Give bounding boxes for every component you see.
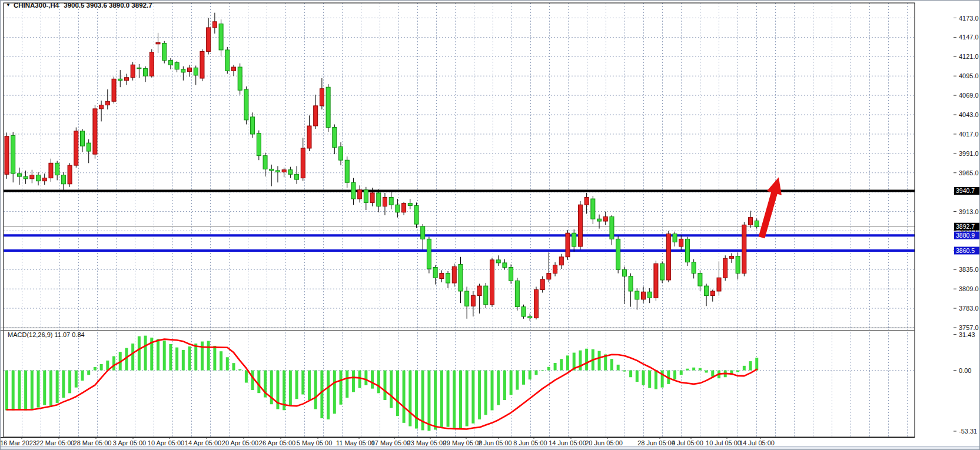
macd-bar bbox=[655, 371, 657, 389]
macd-bar bbox=[220, 351, 222, 370]
candle bbox=[168, 61, 172, 65]
macd-bar bbox=[636, 371, 639, 382]
price-tick-label: 3835.0 bbox=[959, 266, 979, 273]
candle bbox=[257, 134, 261, 156]
price-chart-canvas[interactable]: 4173.04147.04121.04095.04069.04043.04017… bbox=[1, 1, 980, 450]
candle bbox=[723, 258, 727, 278]
candle bbox=[710, 291, 715, 296]
candle bbox=[647, 292, 652, 298]
macd-bar bbox=[459, 371, 462, 429]
candle bbox=[427, 239, 431, 269]
chart-menu-icon[interactable]: ▼ bbox=[6, 2, 11, 8]
candle bbox=[446, 274, 450, 283]
candle bbox=[301, 148, 305, 178]
macd-bar bbox=[213, 346, 216, 371]
time-axis: 16 Mar 202322 Mar 05:0028 Mar 05:003 Apr… bbox=[1, 437, 915, 446]
macd-bar bbox=[100, 364, 103, 371]
candle bbox=[238, 67, 242, 90]
macd-bar bbox=[516, 371, 519, 390]
macd-bar bbox=[138, 336, 141, 371]
macd-bar bbox=[12, 371, 15, 411]
macd-bar bbox=[257, 371, 260, 394]
macd-bar bbox=[686, 369, 689, 371]
macd-bar bbox=[340, 371, 343, 405]
svg-text:3940.7: 3940.7 bbox=[956, 187, 975, 194]
candle bbox=[396, 205, 400, 212]
candle bbox=[200, 51, 204, 78]
svg-text:3892.7: 3892.7 bbox=[956, 223, 975, 230]
price-tick-label: 4017.0 bbox=[959, 131, 979, 138]
candle bbox=[244, 89, 248, 120]
ohlc-values: 3900.5 3903.6 3890.0 3892.7 bbox=[64, 2, 152, 9]
candle bbox=[591, 199, 595, 219]
price-tick-label: 3913.0 bbox=[959, 208, 979, 215]
candle bbox=[389, 198, 393, 205]
candle bbox=[370, 193, 374, 202]
candle bbox=[17, 174, 21, 176]
candle bbox=[503, 263, 507, 268]
macd-bar bbox=[346, 371, 348, 398]
candle bbox=[99, 105, 104, 109]
candle bbox=[477, 286, 481, 295]
candle bbox=[629, 276, 633, 291]
candle bbox=[622, 269, 626, 276]
macd-bar bbox=[497, 371, 500, 405]
macd-bar bbox=[144, 336, 147, 371]
candle bbox=[207, 28, 211, 51]
candle bbox=[333, 128, 337, 148]
trend-arrow[interactable] bbox=[762, 177, 782, 238]
candle bbox=[320, 89, 324, 106]
macd-bar bbox=[5, 371, 8, 411]
candle bbox=[105, 101, 109, 105]
macd-bar bbox=[81, 371, 84, 381]
macd-bar bbox=[680, 371, 683, 375]
macd-bar bbox=[320, 371, 323, 418]
candle bbox=[225, 50, 230, 71]
candle bbox=[351, 182, 356, 199]
candle bbox=[383, 198, 387, 206]
macd-bar bbox=[547, 367, 550, 371]
macd-bar bbox=[201, 342, 204, 371]
macd-bar bbox=[510, 371, 513, 395]
macd-bar bbox=[699, 368, 702, 371]
candle bbox=[566, 233, 570, 256]
candle bbox=[68, 165, 72, 184]
macd-bar bbox=[371, 371, 374, 389]
candle bbox=[188, 68, 192, 71]
macd-bar bbox=[232, 363, 235, 370]
candle bbox=[377, 193, 381, 206]
macd-bar bbox=[75, 371, 78, 388]
macd-bar bbox=[131, 344, 134, 371]
candle bbox=[654, 264, 658, 298]
macd-bar bbox=[62, 371, 65, 398]
candle bbox=[584, 198, 589, 205]
candle bbox=[540, 279, 544, 290]
macd-bar bbox=[49, 371, 52, 407]
candle bbox=[559, 257, 563, 265]
macd-bar bbox=[560, 359, 563, 370]
candle bbox=[358, 190, 362, 199]
macd-bar bbox=[238, 369, 241, 371]
candle bbox=[282, 170, 286, 172]
macd-bar bbox=[629, 371, 632, 378]
macd-bar bbox=[295, 371, 298, 399]
macd-bar bbox=[31, 371, 34, 409]
macd-bar bbox=[434, 371, 437, 430]
macd-bar bbox=[68, 371, 71, 394]
candle bbox=[11, 135, 15, 174]
candle bbox=[219, 24, 223, 50]
macd-bar bbox=[453, 371, 456, 428]
candle bbox=[175, 62, 179, 69]
candle bbox=[616, 239, 620, 269]
macd-bar bbox=[175, 348, 178, 371]
macd-bar bbox=[415, 371, 418, 429]
candle bbox=[471, 296, 475, 306]
svg-text:3880.9: 3880.9 bbox=[956, 232, 975, 239]
macd-bar bbox=[352, 371, 355, 392]
macd-bar bbox=[18, 371, 21, 410]
macd-bar bbox=[642, 371, 645, 385]
candle bbox=[515, 281, 519, 306]
macd-bar bbox=[94, 367, 97, 371]
candle bbox=[61, 175, 65, 184]
candle bbox=[685, 239, 689, 262]
